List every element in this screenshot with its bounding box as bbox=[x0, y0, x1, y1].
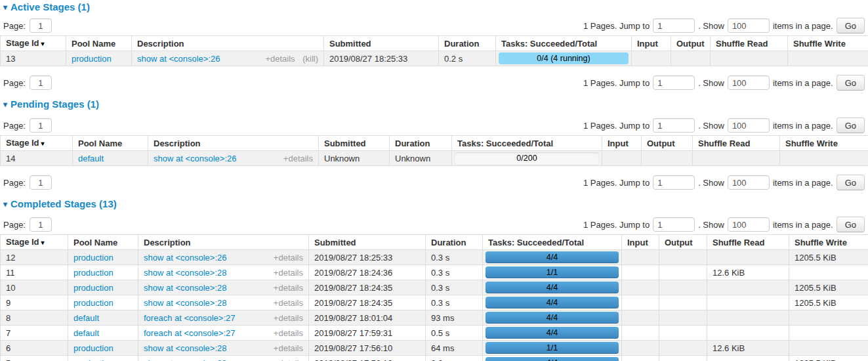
col-pool-name[interactable]: Pool Name bbox=[68, 235, 138, 250]
details-toggle[interactable]: +details bbox=[274, 313, 303, 323]
col-submitted[interactable]: Submitted bbox=[309, 235, 426, 250]
page-number-input[interactable] bbox=[30, 118, 52, 133]
pool-name-link[interactable]: production bbox=[73, 253, 114, 263]
page-number-input[interactable] bbox=[30, 217, 52, 232]
col-shuffle-read[interactable]: Shuffle Read bbox=[707, 235, 789, 250]
pages-count-text: 1 Pages. Jump to bbox=[583, 178, 650, 188]
pool-name-link[interactable]: production bbox=[73, 343, 114, 353]
col-input[interactable]: Input bbox=[602, 136, 642, 151]
jump-to-page-input[interactable] bbox=[653, 118, 695, 133]
col-output[interactable]: Output bbox=[642, 136, 693, 151]
go-button[interactable]: Go bbox=[837, 117, 865, 133]
col-shuffle-write[interactable]: Shuffle Write bbox=[789, 235, 868, 250]
tasks-cell: 1/1 bbox=[483, 341, 622, 356]
col-input[interactable]: Input bbox=[632, 36, 671, 51]
col-submitted[interactable]: Submitted bbox=[324, 36, 439, 51]
pagination-controls: 1 Pages. Jump to . Show items in a page.… bbox=[580, 75, 865, 91]
description-link[interactable]: show at <console>:28 bbox=[144, 282, 226, 293]
pool-name-link[interactable]: production bbox=[73, 268, 114, 278]
description-link[interactable]: show at <console>:26 bbox=[137, 53, 220, 64]
pool-name-cell: default bbox=[68, 326, 138, 341]
details-toggle[interactable]: +details bbox=[274, 358, 303, 361]
col-shuffle-read[interactable]: Shuffle Read bbox=[693, 136, 780, 151]
description-link[interactable]: show at <console>:26 bbox=[154, 153, 236, 164]
pages-count-text: 1 Pages. Jump to bbox=[583, 78, 650, 88]
col-output[interactable]: Output bbox=[659, 235, 707, 250]
details-toggle[interactable]: +details bbox=[274, 298, 303, 308]
tasks-progress: 0/4 (4 running) bbox=[499, 53, 629, 64]
col-output[interactable]: Output bbox=[671, 36, 711, 51]
page-number-input[interactable] bbox=[30, 175, 52, 190]
table-header-row: Stage Id▾ Pool Name Description Submitte… bbox=[1, 36, 868, 51]
description-link[interactable]: show at <console>:26 bbox=[144, 252, 226, 263]
items-per-page-input[interactable] bbox=[728, 217, 770, 232]
col-shuffle-write[interactable]: Shuffle Write bbox=[780, 136, 868, 151]
jump-to-page-input[interactable] bbox=[653, 75, 695, 90]
description-extras: +details bbox=[274, 343, 303, 354]
details-toggle[interactable]: +details bbox=[265, 54, 295, 64]
col-input[interactable]: Input bbox=[622, 235, 659, 250]
col-submitted[interactable]: Submitted bbox=[319, 136, 390, 151]
description-link[interactable]: show at <console>:28 bbox=[144, 343, 226, 354]
completed-stages-heading[interactable]: ▾ Completed Stages (13) bbox=[3, 198, 868, 209]
stage-id-cell: 14 bbox=[1, 151, 73, 166]
col-stage-id[interactable]: Stage Id▾ bbox=[1, 136, 73, 151]
col-shuffle-write[interactable]: Shuffle Write bbox=[788, 36, 868, 51]
col-shuffle-read[interactable]: Shuffle Read bbox=[711, 36, 788, 51]
col-duration[interactable]: Duration bbox=[439, 36, 496, 51]
col-description[interactable]: Description bbox=[148, 136, 319, 151]
pool-name-link[interactable]: production bbox=[72, 54, 112, 64]
details-toggle[interactable]: +details bbox=[283, 154, 313, 163]
col-stage-id[interactable]: Stage Id▾ bbox=[1, 36, 66, 51]
pool-name-link[interactable]: default bbox=[73, 328, 99, 338]
jump-to-page-input[interactable] bbox=[653, 217, 695, 232]
details-toggle[interactable]: +details bbox=[274, 253, 303, 263]
kill-link[interactable]: (kill) bbox=[302, 54, 318, 64]
jump-to-page-input[interactable] bbox=[653, 175, 695, 190]
page-number-input[interactable] bbox=[30, 18, 52, 33]
col-tasks[interactable]: Tasks: Succeeded/Total bbox=[483, 235, 622, 250]
col-duration[interactable]: Duration bbox=[426, 235, 483, 250]
input-cell bbox=[622, 310, 659, 326]
details-toggle[interactable]: +details bbox=[274, 328, 303, 338]
pool-name-link[interactable]: production bbox=[73, 298, 114, 308]
pool-name-cell: production bbox=[68, 341, 138, 356]
col-tasks[interactable]: Tasks: Succeeded/Total bbox=[452, 136, 602, 151]
go-button[interactable]: Go bbox=[837, 18, 865, 33]
details-toggle[interactable]: +details bbox=[274, 283, 303, 293]
details-toggle[interactable]: +details bbox=[274, 343, 303, 353]
col-description[interactable]: Description bbox=[132, 36, 324, 51]
items-per-page-input[interactable] bbox=[728, 75, 770, 90]
page-number-input[interactable] bbox=[30, 75, 52, 90]
go-button[interactable]: Go bbox=[837, 75, 865, 91]
pool-name-link[interactable]: production bbox=[73, 358, 114, 361]
description-link[interactable]: show at <console>:28 bbox=[144, 358, 226, 361]
col-pool-name[interactable]: Pool Name bbox=[66, 36, 132, 51]
items-per-page-input[interactable] bbox=[728, 18, 770, 33]
details-toggle[interactable]: +details bbox=[274, 268, 303, 278]
pool-name-link[interactable]: default bbox=[73, 313, 99, 323]
active-stages-heading[interactable]: ▾ Active Stages (1) bbox=[3, 1, 868, 12]
items-per-page-input[interactable] bbox=[728, 175, 770, 190]
col-tasks[interactable]: Tasks: Succeeded/Total bbox=[496, 36, 632, 51]
col-description[interactable]: Description bbox=[138, 235, 309, 250]
collapse-arrow-icon: ▾ bbox=[3, 200, 7, 209]
jump-to-page-input[interactable] bbox=[653, 18, 695, 33]
go-button[interactable]: Go bbox=[837, 175, 865, 190]
items-per-page-input[interactable] bbox=[728, 118, 770, 133]
description-link[interactable]: show at <console>:28 bbox=[144, 297, 226, 308]
col-pool-name[interactable]: Pool Name bbox=[73, 136, 148, 151]
description-link[interactable]: foreach at <console>:27 bbox=[144, 328, 236, 339]
pending-stages-heading[interactable]: ▾ Pending Stages (1) bbox=[3, 98, 868, 110]
table-row: 6 production show at <console>:28 +detai… bbox=[1, 341, 868, 356]
col-duration[interactable]: Duration bbox=[390, 136, 452, 151]
description-link[interactable]: foreach at <console>:27 bbox=[144, 312, 236, 324]
col-stage-id[interactable]: Stage Id▾ bbox=[1, 235, 68, 250]
pool-name-link[interactable]: default bbox=[78, 154, 104, 163]
go-button[interactable]: Go bbox=[837, 217, 865, 232]
description-link[interactable]: show at <console>:28 bbox=[144, 267, 226, 278]
input-cell bbox=[622, 341, 659, 356]
table-row: 5 production show at <console>:28 +detai… bbox=[1, 356, 868, 361]
pool-name-link[interactable]: production bbox=[73, 283, 114, 293]
stage-id-cell: 10 bbox=[1, 280, 68, 295]
